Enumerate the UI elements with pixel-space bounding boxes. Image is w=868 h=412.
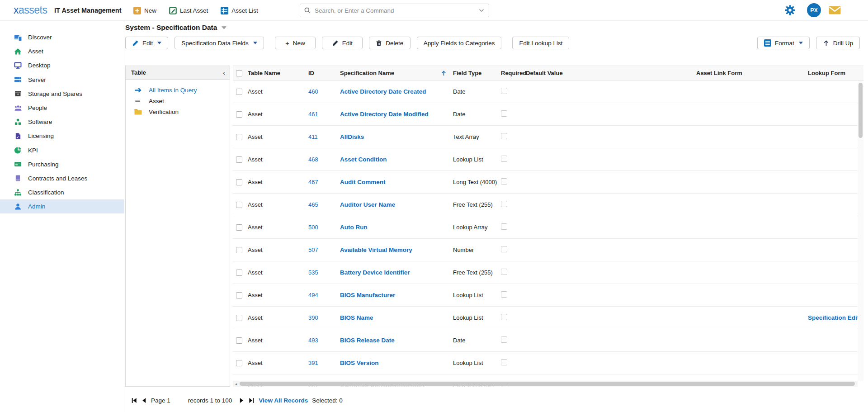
table-row[interactable]: Asset 465 Auditor User Name Free Text (2… <box>233 194 863 216</box>
cell-id-link[interactable]: 467 <box>308 179 318 185</box>
sidebar-item[interactable]: Software <box>0 115 124 129</box>
required-checkbox[interactable] <box>501 291 507 298</box>
table-row[interactable]: Asset 468 Asset Condition Lookup List <box>233 148 863 171</box>
sidebar-item[interactable]: Asset <box>0 44 124 58</box>
search-input[interactable] <box>300 4 489 17</box>
row-checkbox[interactable] <box>236 179 242 185</box>
required-checkbox[interactable] <box>501 201 507 207</box>
required-checkbox[interactable] <box>501 156 507 162</box>
col-header-id[interactable]: ID <box>308 70 340 76</box>
top-nav-item[interactable]: Last Asset <box>169 7 208 14</box>
cell-id-link[interactable]: 460 <box>308 88 318 95</box>
row-checkbox[interactable] <box>236 315 242 321</box>
required-checkbox[interactable] <box>501 246 507 252</box>
required-checkbox[interactable] <box>501 269 507 275</box>
required-checkbox[interactable] <box>501 223 507 230</box>
required-checkbox[interactable] <box>501 178 507 185</box>
new-button[interactable]: +New <box>275 37 316 49</box>
row-checkbox[interactable] <box>236 202 242 208</box>
row-checkbox[interactable] <box>236 337 242 344</box>
vertical-scrollbar[interactable] <box>858 81 863 381</box>
required-checkbox[interactable] <box>501 110 507 117</box>
cell-lookup-form-link[interactable]: Specification Editor - <box>808 314 863 321</box>
row-checkbox[interactable] <box>236 111 242 118</box>
horizontal-scrollbar[interactable]: ◂ <box>233 381 858 387</box>
cell-id-link[interactable]: 507 <box>308 246 318 253</box>
col-header-default-value[interactable]: Default Value <box>526 70 696 76</box>
sidebar-item[interactable]: Classification <box>0 185 124 199</box>
col-header-lookup-form[interactable]: Lookup Form <box>808 70 863 76</box>
sidebar-item[interactable]: Desktop <box>0 58 124 72</box>
cell-id-link[interactable]: 535 <box>308 269 318 276</box>
table-row[interactable]: Asset 535 Battery Device Identifier Free… <box>233 261 863 284</box>
cell-spec-name-link[interactable]: Auditor User Name <box>340 201 395 208</box>
col-header-asset-link-form[interactable]: Asset Link Form <box>696 70 808 76</box>
row-checkbox[interactable] <box>236 360 242 366</box>
delete-button[interactable]: Delete <box>369 37 410 49</box>
row-checkbox[interactable] <box>236 247 242 253</box>
cell-spec-name-link[interactable]: Active Directory Date Created <box>340 88 426 95</box>
table-row[interactable]: Asset 493 BIOS Release Date Date <box>233 329 863 352</box>
vertical-scrollbar-thumb[interactable] <box>859 83 863 138</box>
cell-spec-name-link[interactable]: Available Virtual Memory <box>340 246 412 253</box>
table-row[interactable]: Asset 411 AllDisks Text Array <box>233 126 863 148</box>
row-checkbox[interactable] <box>236 270 242 276</box>
cell-spec-name-link[interactable]: AllDisks <box>340 133 364 140</box>
user-avatar[interactable]: PX <box>807 3 821 17</box>
cell-spec-name-link[interactable]: BIOS Release Date <box>340 337 395 344</box>
drill-up-button[interactable]: Drill Up <box>816 37 860 49</box>
table-row[interactable]: Asset 500 Auto Run Lookup Array <box>233 216 863 239</box>
cell-spec-name-link[interactable]: BIOS Version <box>340 360 379 366</box>
cell-spec-name-link[interactable]: Battery Device Identifier <box>340 269 410 276</box>
last-page-icon[interactable] <box>249 398 255 403</box>
table-row[interactable]: Asset 390 BIOS Name Lookup List Specific… <box>233 307 863 329</box>
cell-spec-name-link[interactable]: BIOS Name <box>340 314 373 321</box>
mail-icon[interactable] <box>829 5 841 16</box>
tree-item[interactable]: All Items in Query <box>126 85 230 95</box>
required-checkbox[interactable] <box>501 314 507 320</box>
tree-item[interactable]: Verification <box>126 106 230 117</box>
table-row[interactable]: Asset 460 Active Directory Date Created … <box>233 81 863 103</box>
cell-spec-name-link[interactable]: Active Directory Date Modified <box>340 111 429 118</box>
horizontal-scrollbar-thumb[interactable] <box>240 382 855 386</box>
cell-id-link[interactable]: 461 <box>308 111 318 118</box>
cell-spec-name-link[interactable]: Audit Comment <box>340 179 386 185</box>
first-page-icon[interactable] <box>131 398 137 403</box>
apply-fields-button[interactable]: Apply Fields to Categories <box>417 37 502 49</box>
cell-id-link[interactable]: 494 <box>308 292 318 298</box>
edit-menu-button[interactable]: Edit <box>125 37 168 49</box>
col-header-field-type[interactable]: Field Type <box>453 70 501 76</box>
search-dropdown-icon[interactable] <box>478 7 485 14</box>
scroll-left-arrow-icon[interactable]: ◂ <box>233 382 239 386</box>
cell-id-link[interactable]: 411 <box>308 133 318 140</box>
cell-id-link[interactable]: 390 <box>308 314 318 321</box>
required-checkbox[interactable] <box>501 133 507 139</box>
sidebar-item[interactable]: Licensing <box>0 129 124 143</box>
edit-lookup-list-button[interactable]: Edit Lookup List <box>512 37 569 49</box>
cell-id-link[interactable]: 468 <box>308 156 318 163</box>
row-checkbox[interactable] <box>236 224 242 231</box>
required-checkbox[interactable] <box>501 88 507 94</box>
sidebar-item[interactable]: Server <box>0 73 124 87</box>
row-checkbox[interactable] <box>236 134 242 140</box>
col-header-required[interactable]: Required <box>501 70 526 76</box>
table-row[interactable]: Asset 391 BIOS Version Lookup List <box>233 352 863 374</box>
sidebar-item[interactable]: People <box>0 101 124 115</box>
previous-page-icon[interactable] <box>141 398 147 403</box>
table-row[interactable]: Asset 507 Available Virtual Memory Numbe… <box>233 239 863 261</box>
required-checkbox[interactable] <box>501 359 507 365</box>
table-row[interactable]: Asset 461 Active Directory Date Modified… <box>233 103 863 126</box>
settings-gear-icon[interactable] <box>784 5 796 16</box>
cell-id-link[interactable]: 500 <box>308 224 318 231</box>
table-row[interactable]: Asset 467 Audit Comment Long Text (4000) <box>233 171 863 194</box>
sidebar-item[interactable]: Purchasing <box>0 157 124 171</box>
app-logo[interactable]: xassets <box>14 4 47 16</box>
tree-item[interactable]: Asset <box>126 95 230 106</box>
sidebar-item[interactable]: Admin <box>0 199 124 213</box>
sidebar-item[interactable]: Discover <box>0 30 124 44</box>
page-title-caret-icon[interactable] <box>222 26 226 29</box>
collapse-panel-icon[interactable]: ‹ <box>223 69 225 76</box>
top-nav-item[interactable]: New <box>133 7 156 14</box>
row-checkbox[interactable] <box>236 292 242 298</box>
top-nav-item[interactable]: Asset List <box>221 7 258 14</box>
